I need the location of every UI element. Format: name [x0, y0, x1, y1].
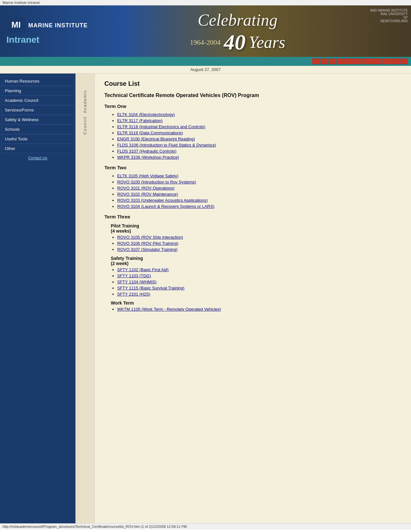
- pilot-heading: Pilot Training (4 weeks): [111, 223, 401, 234]
- course-link[interactable]: ROVO 3101 (ROV Operations): [117, 186, 174, 191]
- list-item: FLDS 3107 (Hydraulic Controls): [117, 149, 401, 154]
- list-item: ROVO 3107 (Simulator Training): [117, 247, 401, 252]
- sidebar-item-schools[interactable]: Schools: [1, 125, 74, 134]
- sidebar-item-planning[interactable]: Planning: [1, 86, 74, 95]
- list-item: ROVO 3105 (ROV Ship Interaction): [117, 235, 401, 240]
- program-title: Technical Certificate Remote Operated Ve…: [104, 93, 401, 98]
- course-link[interactable]: ELTR 3118 (Industrial Electronics and Co…: [117, 124, 205, 129]
- course-link[interactable]: ELTR 3119 (Data Communications): [117, 130, 183, 135]
- list-item: ENGR 3100 (Electrical Blueprint Reading): [117, 137, 401, 141]
- course-link[interactable]: ENGR 3100 (Electrical Blueprint Reading): [117, 137, 195, 141]
- celebrating-text: Celebrating: [198, 11, 277, 30]
- rotated-academic-label: Academic: [83, 90, 87, 113]
- list-item: ROVO 3103 (Underwater Acoustics Applicat…: [117, 198, 401, 203]
- course-link[interactable]: SFTY 1104 (WHMIS): [117, 279, 157, 284]
- sidebar-item-academic-council[interactable]: Academic Council: [1, 96, 74, 105]
- course-link[interactable]: ROVO 3104 (Launch & Recovery Systems or …: [117, 204, 214, 209]
- term-two-list: ELTK 3105 (High Voltage Safety) ROVO 310…: [117, 173, 401, 209]
- course-link[interactable]: ROVO 3105 (ROV Ship Interaction): [117, 235, 183, 240]
- list-item: SFTY 1102 (Basic First Aid): [117, 267, 401, 272]
- term-one-heading: Term One: [104, 103, 401, 109]
- nav-btn-3[interactable]: [329, 58, 337, 64]
- course-link[interactable]: ROVO 3103 (Underwater Acoustics Applicat…: [117, 198, 208, 203]
- nav-btn-4[interactable]: [337, 58, 363, 64]
- status-bar: http://mi/academiccouncil/Program_struct…: [0, 523, 411, 529]
- nav-btn-1[interactable]: [312, 58, 320, 64]
- rotated-container: Academic Council: [83, 80, 87, 135]
- course-link[interactable]: ROVO 3102 (ROV Maintenance): [117, 192, 178, 197]
- list-item: ROVO 3106 (ROV Pilot Training): [117, 241, 401, 246]
- list-item: SFTY 1104 (WHMIS): [117, 279, 401, 284]
- date-bar: August 27, 2007: [0, 66, 411, 74]
- list-item: ROVO 3100 (Introduction to Rov Systems): [117, 180, 401, 184]
- work-term-heading: Work Term: [111, 300, 401, 306]
- course-link[interactable]: ROVO 3107 (Simulator Training): [117, 247, 178, 252]
- term-three-heading: Term Three: [104, 214, 401, 219]
- list-item: SFTY 1115 (Basic Survival Training): [117, 286, 401, 290]
- mi-corner-text: AND MARINE INSTITUTE RIAL UNIVERSITY OF …: [370, 9, 408, 23]
- sidebar: Human Resources Planning Academic Counci…: [0, 74, 75, 523]
- page-title-bar: Marine Institute Intranet: [3, 1, 40, 4]
- celebrating-area: Celebrating 1964-2004 40 Years: [64, 9, 411, 57]
- safety-heading: Safety Training (2 week): [111, 256, 401, 266]
- date-text: August 27, 2007: [190, 67, 221, 72]
- list-item: SFTY 1103 (TDG): [117, 273, 401, 278]
- corner-line2: RIAL UNIVERSITY: [370, 12, 408, 16]
- course-link[interactable]: ELTR 3117 (Fabrication): [117, 118, 162, 123]
- pilot-list: ROVO 3105 (ROV Ship Interaction) ROVO 31…: [117, 235, 401, 252]
- corner-line3: OF: [370, 16, 408, 19]
- nav-btn-7[interactable]: [392, 58, 399, 64]
- content-area: Course List Technical Certificate Remote…: [95, 74, 411, 523]
- list-item: ROVO 3101 (ROV Operations): [117, 186, 401, 191]
- course-link[interactable]: WKTM 1105 (Work Term - Remotely Operated…: [117, 307, 221, 312]
- term-one-list: ELTK 3104 (Electrotechnology) ELTR 3117 …: [117, 112, 401, 160]
- list-item: ROVO 3102 (ROV Maintenance): [117, 192, 401, 197]
- intranet-label: Intranet: [6, 35, 39, 45]
- status-url: http://mi/academiccouncil/Program_struct…: [3, 525, 187, 528]
- rotated-council-label: Council: [83, 116, 87, 135]
- list-item: WKTM 1105 (Work Term - Remotely Operated…: [117, 307, 401, 312]
- list-item: ELTR 3118 (Industrial Electronics and Co…: [117, 124, 401, 129]
- corner-line4: NEWFOUNDLAND: [370, 19, 408, 23]
- course-link[interactable]: FLDS 3107 (Hydraulic Controls): [117, 149, 176, 154]
- course-link[interactable]: SFTY 2101 (H2S): [117, 292, 150, 297]
- sidebar-item-other[interactable]: Other: [1, 144, 74, 153]
- sidebar-contact-us[interactable]: Contact Us: [0, 155, 75, 162]
- list-item: ELTR 3117 (Fabrication): [117, 118, 401, 123]
- main-layout: Human Resources Planning Academic Counci…: [0, 74, 411, 523]
- svg-text:MI: MI: [12, 20, 21, 30]
- course-link[interactable]: ELTK 3105 (High Voltage Safety): [117, 173, 179, 178]
- course-link[interactable]: WKPR 3106 (Workshop Practice): [117, 155, 179, 160]
- years-40: 40: [224, 30, 246, 55]
- sidebar-item-human-resources[interactable]: Human Resources: [1, 76, 74, 86]
- list-item: ROVO 3104 (Launch & Recovery Systems or …: [117, 204, 401, 209]
- list-item: SFTY 2101 (H2S): [117, 292, 401, 297]
- sidebar-item-safety-wellness[interactable]: Safety & Wellness: [1, 115, 74, 124]
- course-link[interactable]: SFTY 1103 (TDG): [117, 273, 151, 278]
- list-item: ELTK 3104 (Electrotechnology): [117, 112, 401, 117]
- rotated-label-area: Academic Council: [75, 74, 95, 523]
- course-link[interactable]: SFTY 1102 (Basic First Aid): [117, 267, 169, 272]
- sidebar-item-services-forms[interactable]: Services/Forms: [1, 105, 74, 115]
- nav-btn-6[interactable]: [383, 58, 391, 64]
- sidebar-item-useful-tools[interactable]: Useful Tools: [1, 134, 74, 144]
- nav-btn-2[interactable]: [320, 58, 328, 64]
- course-link[interactable]: ELTK 3104 (Electrotechnology): [117, 112, 175, 117]
- mi-logo-icon: MI: [6, 17, 26, 33]
- nav-btn-5[interactable]: [363, 58, 383, 64]
- page-heading: Course List: [104, 80, 401, 87]
- years-word: Years: [249, 33, 285, 52]
- safety-list: SFTY 1102 (Basic First Aid) SFTY 1103 (T…: [117, 267, 401, 297]
- course-link[interactable]: FLDS 3106 (Introduction to Fluid Statics…: [117, 143, 216, 147]
- nav-btn-8[interactable]: [400, 58, 408, 64]
- course-link[interactable]: SFTY 1115 (Basic Survival Training): [117, 286, 184, 290]
- list-item: ELTR 3119 (Data Communications): [117, 130, 401, 135]
- term-two-heading: Term Two: [104, 165, 401, 170]
- list-item: ELTK 3105 (High Voltage Safety): [117, 173, 401, 178]
- work-list: WKTM 1105 (Work Term - Remotely Operated…: [117, 307, 401, 312]
- course-link[interactable]: ROVO 3100 (Introduction to Rov Systems): [117, 180, 196, 184]
- course-link[interactable]: ROVO 3106 (ROV Pilot Training): [117, 241, 178, 246]
- list-item: WKPR 3106 (Workshop Practice): [117, 155, 401, 160]
- list-item: FLDS 3106 (Introduction to Fluid Statics…: [117, 143, 401, 147]
- years-date: 1964-2004: [190, 38, 220, 47]
